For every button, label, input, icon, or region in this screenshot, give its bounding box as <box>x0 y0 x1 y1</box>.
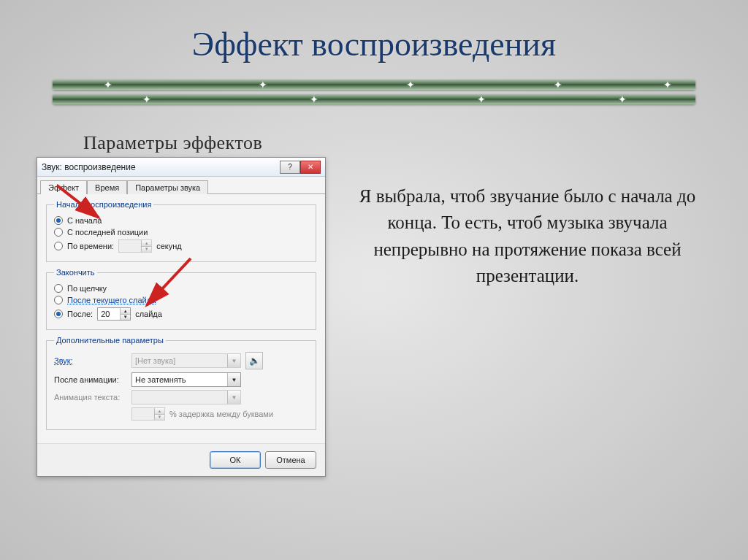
label-on-click: По щелчку <box>67 284 107 293</box>
label-seconds: секунд <box>156 242 182 250</box>
group-start-legend: Начало воспроизведения <box>54 200 153 209</box>
radio-after-current[interactable] <box>54 296 63 304</box>
speaker-button[interactable]: 🔈 <box>245 352 263 369</box>
sound-playback-dialog: Звук: воспроизведение ? ✕ Эффект Время П… <box>37 157 326 477</box>
label-by-time: По времени: <box>67 242 114 250</box>
spin-up-icon[interactable]: ▲ <box>141 240 151 247</box>
after-slides-input[interactable]: 20 ▲▼ <box>97 307 131 321</box>
after-anim-combo[interactable]: Не затемнять ▼ <box>131 372 241 387</box>
tab-time[interactable]: Время <box>87 180 127 194</box>
group-extra: Дополнительные параметры Звук: [Нет звук… <box>46 336 316 430</box>
spin-down-icon[interactable]: ▼ <box>141 247 151 253</box>
text-anim-combo: ▼ <box>131 390 241 404</box>
slide-title: Эффект воспроизведения <box>0 0 748 64</box>
label-sound: Звук: <box>54 356 127 365</box>
label-after-current: После текущего слайда <box>67 296 156 304</box>
label-delay: % задержка между буквами <box>169 410 273 418</box>
label-last-position: С последней позиции <box>67 228 148 237</box>
tab-sound-params[interactable]: Параметры звука <box>127 180 208 194</box>
chevron-down-icon: ▼ <box>227 391 240 404</box>
group-start-playback: Начало воспроизведения С начала С послед… <box>46 200 316 262</box>
label-text-anim: Анимация текста: <box>54 393 127 402</box>
spin-down-icon: ▼ <box>154 415 164 421</box>
label-after: После: <box>67 310 93 318</box>
help-button[interactable]: ? <box>280 161 300 174</box>
group-finish: Закончить По щелчку После текущего слайд… <box>46 268 316 330</box>
speaker-icon: 🔈 <box>249 356 260 366</box>
group-extra-legend: Дополнительные параметры <box>54 336 166 345</box>
radio-after-n[interactable] <box>54 310 63 318</box>
radio-from-start[interactable] <box>54 216 63 225</box>
label-from-start: С начала <box>67 216 102 225</box>
radio-last-position[interactable] <box>54 228 63 237</box>
delay-input: ▲▼ <box>131 407 165 421</box>
tab-effect[interactable]: Эффект <box>40 180 87 194</box>
spin-up-icon: ▲ <box>154 408 164 415</box>
radio-by-time[interactable] <box>54 242 63 250</box>
dialog-title: Звук: воспроизведение <box>42 162 280 172</box>
radio-on-click[interactable] <box>54 284 63 293</box>
group-finish-legend: Закончить <box>54 268 97 277</box>
cancel-button[interactable]: Отмена <box>265 451 316 469</box>
label-slides: слайда <box>135 310 162 318</box>
label-after-anim: После анимации: <box>54 375 127 384</box>
chevron-down-icon: ▼ <box>227 354 240 367</box>
time-input[interactable]: ▲▼ <box>118 239 152 253</box>
ok-button[interactable]: ОК <box>210 451 261 469</box>
close-button[interactable]: ✕ <box>300 161 321 174</box>
subtitle: Параметры эффектов <box>83 132 329 154</box>
spin-down-icon[interactable]: ▼ <box>120 315 130 321</box>
decorative-divider: ✦ ✦ ✦ ✦ ✦ ✦ ✦ ✦ ✦ <box>53 80 695 104</box>
chevron-down-icon: ▼ <box>227 373 240 386</box>
slide-paragraph: Я выбрала, чтоб звучание было с начала д… <box>351 132 711 477</box>
sound-combo[interactable]: [Нет звука] ▼ <box>131 353 241 368</box>
spin-up-icon[interactable]: ▲ <box>120 308 130 315</box>
